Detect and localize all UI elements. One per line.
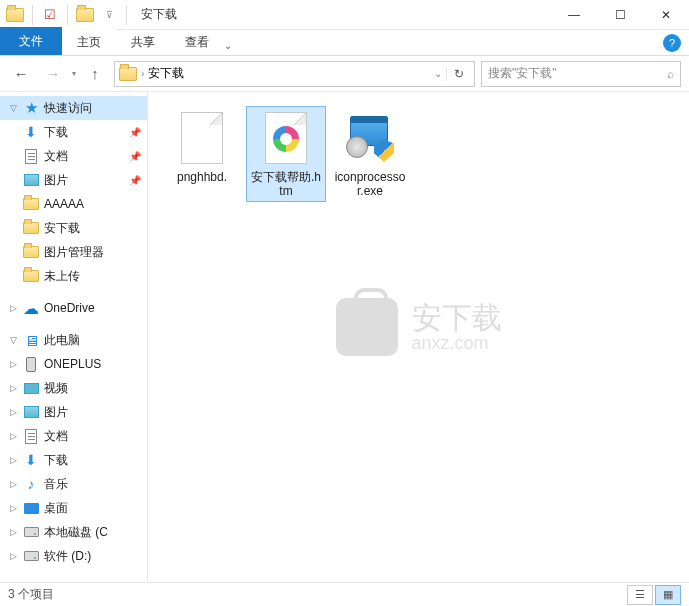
file-thumb-blank <box>175 110 229 166</box>
tree-label: 图片管理器 <box>44 244 104 261</box>
tree-item-pictures[interactable]: · 图片 📌 <box>0 168 147 192</box>
file-item[interactable]: iconprocessor.exe <box>330 106 410 202</box>
chevron-right-icon[interactable]: › <box>141 68 144 79</box>
qat-prop-icon[interactable]: ☑ <box>39 4 61 26</box>
expand-icon[interactable]: ▷ <box>8 407 18 417</box>
view-large-icons-button[interactable]: ▦ <box>655 585 681 605</box>
app-icon[interactable] <box>4 4 26 26</box>
expand-icon[interactable]: ▽ <box>8 103 18 113</box>
expand-icon[interactable]: ▷ <box>8 431 18 441</box>
body: ▽ ★ 快速访问 · ⬇ 下载 📌 · 文档 📌 · 图片 📌 ·AAAAA ·… <box>0 92 689 582</box>
tree-this-pc[interactable]: ▽ 🖥 此电脑 <box>0 328 147 352</box>
tree-item-folder[interactable]: ·AAAAA <box>0 192 147 216</box>
cloud-icon: ☁ <box>22 300 40 316</box>
document-icon <box>22 428 40 444</box>
file-pane[interactable]: pnghhbd. 安下载帮助.htm iconprocessor.exe <box>148 92 689 582</box>
pin-icon: 📌 <box>129 127 141 138</box>
address-dropdown-icon[interactable]: ⌄ <box>434 68 442 79</box>
tree-label: 文档 <box>44 428 68 445</box>
tree-item-drive-d[interactable]: ▷软件 (D:) <box>0 544 147 568</box>
tree-item-music[interactable]: ▷♪音乐 <box>0 472 147 496</box>
address-folder-icon <box>119 67 137 81</box>
expand-icon[interactable]: ▷ <box>8 303 18 313</box>
qat-folder-icon[interactable] <box>74 4 96 26</box>
tree-item-documents[interactable]: ▷文档 <box>0 424 147 448</box>
video-icon <box>22 380 40 396</box>
refresh-icon[interactable]: ↻ <box>446 67 470 81</box>
tree-label: 此电脑 <box>44 332 80 349</box>
tree-label: 视频 <box>44 380 68 397</box>
tree-item-downloads[interactable]: · ⬇ 下载 📌 <box>0 120 147 144</box>
tree-item-drive-c[interactable]: ▷本地磁盘 (C <box>0 520 147 544</box>
expand-icon[interactable]: ▷ <box>8 503 18 513</box>
maximize-button[interactable]: ☐ <box>597 0 643 30</box>
desktop-icon <box>22 500 40 516</box>
tree-label: OneDrive <box>44 301 95 315</box>
tree-item-desktop[interactable]: ▷桌面 <box>0 496 147 520</box>
document-icon <box>22 148 40 164</box>
tab-file[interactable]: 文件 <box>0 27 62 55</box>
address-bar[interactable]: › 安下载 ⌄ ↻ <box>114 61 475 87</box>
tree-quick-access[interactable]: ▽ ★ 快速访问 <box>0 96 147 120</box>
expand-icon[interactable]: ▽ <box>8 335 18 345</box>
tree-label: 下载 <box>44 124 68 141</box>
tree-item-folder[interactable]: ·未上传 <box>0 264 147 288</box>
watermark-bag-icon <box>336 298 398 356</box>
expand-icon[interactable]: ▷ <box>8 551 18 561</box>
browser-wheel-icon <box>273 126 299 152</box>
expand-icon[interactable]: ▷ <box>8 479 18 489</box>
nav-bar: ← → ▾ ↑ › 安下载 ⌄ ↻ 搜索"安下载" ⌕ <box>0 56 689 92</box>
nav-tree[interactable]: ▽ ★ 快速访问 · ⬇ 下载 📌 · 文档 📌 · 图片 📌 ·AAAAA ·… <box>0 92 148 582</box>
tree-onedrive[interactable]: ▷ ☁ OneDrive <box>0 296 147 320</box>
tree-item-videos[interactable]: ▷视频 <box>0 376 147 400</box>
tree-label: 图片 <box>44 172 68 189</box>
tab-home[interactable]: 主页 <box>62 29 116 55</box>
folder-icon <box>22 196 40 212</box>
tab-share[interactable]: 共享 <box>116 29 170 55</box>
back-button[interactable]: ← <box>8 61 34 87</box>
search-icon[interactable]: ⌕ <box>667 67 674 81</box>
quick-access-toolbar: ☑ ⊽ <box>0 4 135 26</box>
tree-label: 下载 <box>44 452 68 469</box>
minimize-button[interactable]: — <box>551 0 597 30</box>
qat-dropdown-icon[interactable]: ⊽ <box>98 4 120 26</box>
search-placeholder: 搜索"安下载" <box>488 65 557 82</box>
tree-label: 音乐 <box>44 476 68 493</box>
ribbon-expand-icon[interactable]: ⌄ <box>224 40 232 51</box>
tree-label: 软件 (D:) <box>44 548 91 565</box>
history-dropdown-icon[interactable]: ▾ <box>72 69 76 78</box>
tree-item-downloads[interactable]: ▷⬇下载 <box>0 448 147 472</box>
tab-view[interactable]: 查看 <box>170 29 224 55</box>
expand-icon[interactable]: ▷ <box>8 527 18 537</box>
drive-icon <box>22 524 40 540</box>
tree-item-device[interactable]: ▷ONEPLUS <box>0 352 147 376</box>
shield-icon <box>374 140 394 162</box>
tree-item-folder[interactable]: ·安下载 <box>0 216 147 240</box>
picture-icon <box>22 404 40 420</box>
view-details-button[interactable]: ☰ <box>627 585 653 605</box>
download-icon: ⬇ <box>22 124 40 140</box>
expand-icon[interactable]: ▷ <box>8 383 18 393</box>
close-button[interactable]: ✕ <box>643 0 689 30</box>
tree-label: 桌面 <box>44 500 68 517</box>
up-button[interactable]: ↑ <box>82 61 108 87</box>
gear-icon <box>346 136 368 158</box>
tree-item-pictures[interactable]: ▷图片 <box>0 400 147 424</box>
tree-label: 图片 <box>44 404 68 421</box>
tree-label: ONEPLUS <box>44 357 101 371</box>
file-item[interactable]: pnghhbd. <box>162 106 242 202</box>
search-input[interactable]: 搜索"安下载" ⌕ <box>481 61 681 87</box>
ribbon: 文件 主页 共享 查看 ⌄ ? <box>0 30 689 56</box>
expand-icon[interactable]: ▷ <box>8 359 18 369</box>
help-icon[interactable]: ? <box>663 34 681 52</box>
file-item[interactable]: 安下载帮助.htm <box>246 106 326 202</box>
breadcrumb-segment[interactable]: 安下载 <box>148 65 184 82</box>
expand-icon[interactable]: ▷ <box>8 455 18 465</box>
tree-item-folder[interactable]: ·图片管理器 <box>0 240 147 264</box>
file-name: 安下载帮助.htm <box>250 170 322 198</box>
tree-label: AAAAA <box>44 197 84 211</box>
tree-item-documents[interactable]: · 文档 📌 <box>0 144 147 168</box>
forward-button[interactable]: → <box>40 61 66 87</box>
picture-icon <box>22 172 40 188</box>
drive-icon <box>22 548 40 564</box>
